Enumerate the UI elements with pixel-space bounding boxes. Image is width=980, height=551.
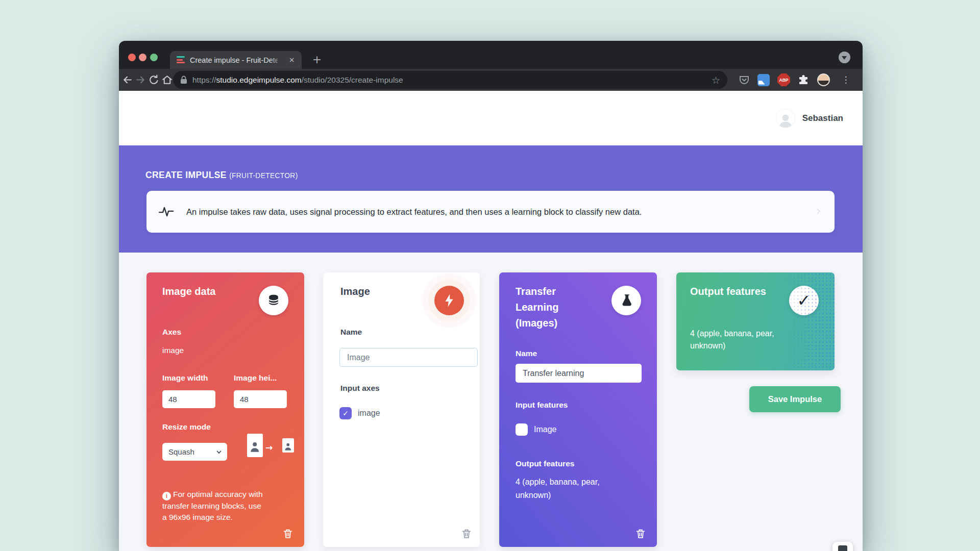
card-title: Output features xyxy=(690,284,766,299)
adblock-plus-extension-icon[interactable]: ABP xyxy=(777,73,791,87)
tab-title-fade xyxy=(270,51,283,69)
axes-value: image xyxy=(162,346,184,355)
checkmark-icon: ✓ xyxy=(789,286,819,315)
resize-mode-value: Squash xyxy=(168,447,194,456)
resize-illustration: → xyxy=(247,434,294,457)
impulse-info-box: An impulse takes raw data, uses signal p… xyxy=(146,191,835,233)
card-title: Image data xyxy=(162,284,215,299)
output-features-value: 4 (apple, banana, pear, unknown) xyxy=(516,475,612,502)
new-tab-button[interactable]: + xyxy=(310,54,324,67)
window-extension-icon[interactable] xyxy=(756,73,770,87)
axes-label: Axes xyxy=(162,328,181,337)
browser-menu-icon[interactable]: ⋮ xyxy=(837,73,851,87)
traffic-close-button[interactable] xyxy=(128,54,136,61)
name-label: Name xyxy=(340,328,362,337)
chat-icon xyxy=(838,545,847,551)
feature-image-checkbox[interactable] xyxy=(516,423,528,436)
lock-icon xyxy=(180,76,187,84)
info-circle-icon: i xyxy=(162,492,171,500)
image-data-block-card: Image data Axes image Image width Image … xyxy=(146,272,304,547)
portrait-small-icon xyxy=(282,438,294,453)
app-header: Sebastian xyxy=(119,91,863,145)
bookmark-star-icon[interactable]: ☆ xyxy=(712,74,720,86)
page-banner: CREATE IMPULSE (FRUIT-DETECTOR) An impul… xyxy=(119,145,863,253)
browser-toolbar: https://studio.edgeimpulse.com/studio/20… xyxy=(119,69,863,91)
image-processing-block-card: Image Name Input axes ✓ image xyxy=(323,272,480,547)
save-impulse-button[interactable]: Save Impulse xyxy=(749,386,841,412)
image-height-input[interactable] xyxy=(234,390,287,408)
username-label: Sebastian xyxy=(802,113,843,123)
name-label: Name xyxy=(516,349,537,358)
flask-icon xyxy=(611,286,641,315)
output-features-label: Output features xyxy=(516,459,574,468)
traffic-minimize-button[interactable] xyxy=(139,54,146,61)
portrait-large-icon xyxy=(247,434,263,457)
content-area: Image data Axes image Image width Image … xyxy=(119,253,863,551)
url-domain: studio.edgeimpulse.com xyxy=(216,76,302,84)
user-avatar xyxy=(776,109,795,128)
page-title-project: (FRUIT-DETECTOR) xyxy=(229,171,298,180)
block-name-input[interactable] xyxy=(516,364,642,383)
database-icon xyxy=(259,286,288,315)
transfer-learning-block-card: Transfer Learning (Images) Name Input fe… xyxy=(499,272,657,547)
back-icon[interactable] xyxy=(121,73,134,86)
resize-mode-label: Resize mode xyxy=(162,422,211,432)
input-axes-label: Input axes xyxy=(340,384,380,393)
page-title: CREATE IMPULSE (FRUIT-DETECTOR) xyxy=(145,170,298,181)
optimal-accuracy-note: iFor optimal accuracy with transfer lear… xyxy=(162,489,264,523)
tab-search-button[interactable] xyxy=(839,52,850,63)
delete-block-icon[interactable] xyxy=(282,528,293,540)
extensions-puzzle-icon[interactable] xyxy=(796,73,810,87)
note-text: For optimal accuracy with transfer learn… xyxy=(162,490,263,521)
image-width-input[interactable] xyxy=(162,390,215,408)
card-title: Transfer Learning (Images) xyxy=(516,284,587,331)
block-name-input[interactable] xyxy=(339,348,478,367)
card-title: Image xyxy=(340,284,370,299)
tab-strip: Create impulse - Fruit-Detecto × + xyxy=(119,41,863,69)
image-height-label: Image hei... xyxy=(234,373,277,383)
delete-block-icon[interactable] xyxy=(461,528,472,540)
waveform-icon xyxy=(159,205,174,218)
url-protocol: https:// xyxy=(192,76,216,84)
page-title-main: CREATE IMPULSE xyxy=(145,170,227,180)
reload-icon[interactable] xyxy=(148,73,160,86)
url-path: /studio/20325/create-impulse xyxy=(302,76,403,84)
output-features-card: Output features ✓ 4 (apple, banana, pear… xyxy=(676,272,835,370)
image-width-label: Image width xyxy=(162,373,208,383)
axis-image-checkbox[interactable]: ✓ xyxy=(339,407,352,419)
delete-block-icon[interactable] xyxy=(635,528,646,540)
browser-tab[interactable]: Create impulse - Fruit-Detecto × xyxy=(170,51,302,69)
output-features-value: 4 (apple, banana, pear, unknown) xyxy=(690,328,790,352)
edge-impulse-favicon xyxy=(177,56,185,64)
resize-arrow-icon: → xyxy=(265,442,273,453)
traffic-zoom-button[interactable] xyxy=(150,54,158,61)
input-features-label: Input features xyxy=(516,400,568,410)
feature-image-checkbox-label: Image xyxy=(534,425,556,434)
lightning-bolt-icon xyxy=(434,286,464,315)
pocket-extension-icon[interactable] xyxy=(737,73,751,87)
user-menu[interactable]: Sebastian xyxy=(776,91,843,145)
url-text: https://studio.edgeimpulse.com/studio/20… xyxy=(192,76,403,85)
chevron-down-icon xyxy=(215,448,223,456)
address-bar[interactable]: https://studio.edgeimpulse.com/studio/20… xyxy=(173,71,727,89)
axis-image-checkbox-label: image xyxy=(358,409,380,418)
tab-title: Create impulse - Fruit-Detecto xyxy=(190,56,278,64)
forward-icon[interactable] xyxy=(134,73,147,86)
tab-close-icon[interactable]: × xyxy=(287,55,297,65)
chat-widget-button[interactable] xyxy=(832,542,853,551)
impulse-info-text: An impulse takes raw data, uses signal p… xyxy=(186,207,642,217)
profile-avatar-icon[interactable] xyxy=(817,73,830,87)
info-next-chevron-icon[interactable]: › xyxy=(816,203,821,218)
resize-mode-select[interactable]: Squash xyxy=(162,443,227,461)
home-icon[interactable] xyxy=(161,73,174,86)
browser-window: Create impulse - Fruit-Detecto × + https… xyxy=(119,41,863,551)
